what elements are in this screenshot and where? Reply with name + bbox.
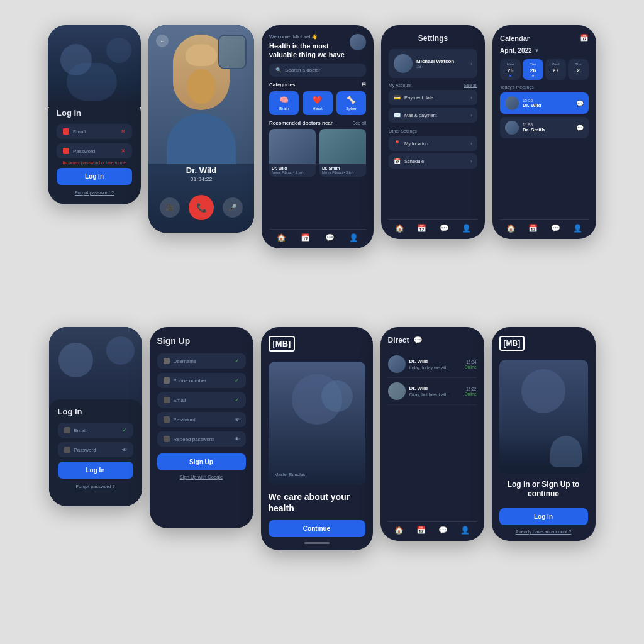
today-meetings-label: Today's meetings	[500, 85, 589, 89]
continue-button[interactable]: Continue	[269, 520, 365, 537]
repeat-pass-icon	[164, 436, 170, 442]
doctor-card-wild[interactable]: Dr. Wild Nerve Fibract • 2 km	[269, 129, 316, 177]
forgot-2[interactable]: Forgot password ?	[58, 484, 133, 489]
already-account[interactable]: Already have an account ?	[499, 529, 588, 535]
phone-icon	[164, 377, 170, 384]
clear-email-1[interactable]: ✕	[121, 128, 126, 135]
schedule-icon: 📅	[394, 158, 401, 164]
meeting-action-2[interactable]: 💬	[576, 125, 584, 131]
home-headline: Health is the most valuable thing we hav…	[269, 42, 345, 60]
cat-spine[interactable]: 🦴 Spine	[336, 91, 366, 115]
username-field[interactable]: Username ✓	[157, 353, 246, 369]
cat-heart[interactable]: ❤️ Heart	[303, 91, 332, 115]
meeting-action-icon[interactable]: 💬	[576, 100, 584, 107]
login-form-2: Log In Email ✓ Password 👁 Log In Forgot …	[49, 399, 142, 506]
login-button-1[interactable]: Log In	[57, 168, 132, 185]
search-icon: 🔍	[275, 67, 282, 73]
schedule-item[interactable]: 📅 Schedule ›	[389, 153, 477, 169]
d-nav-cal[interactable]: 📅	[416, 526, 426, 535]
d-nav-profile[interactable]: 👤	[460, 526, 470, 535]
nav-calendar[interactable]: 📅	[301, 233, 310, 242]
email-field-signup[interactable]: Email ✓	[157, 392, 246, 408]
user-avatar-home[interactable]	[350, 34, 366, 50]
s-nav-profile[interactable]: 👤	[462, 224, 471, 233]
end-call-button[interactable]: 📞	[189, 195, 214, 220]
meeting-smith[interactable]: 11:55 Dr. Smith 💬	[500, 117, 589, 138]
clear-pass-1[interactable]: ✕	[121, 148, 126, 154]
d-nav-home[interactable]: 🏠	[394, 526, 404, 535]
password-field-2[interactable]: Password 👁	[58, 442, 133, 457]
location-item[interactable]: 📍 My location ›	[389, 136, 477, 151]
cat-brain[interactable]: 🧠 Brain	[269, 91, 299, 115]
s-nav-cal[interactable]: 📅	[417, 224, 426, 233]
msg-info-1: Dr. Wild today, today we wil...	[409, 358, 461, 370]
repeat-password-field[interactable]: Repead password 👁	[157, 431, 246, 447]
mic-button[interactable]: 🎤	[223, 197, 243, 218]
cal-days-row: Mon 25 Tue 26 Wed 27 Thu	[500, 59, 589, 80]
phone-splash: [MB] Master Bundles We care about your h…	[261, 327, 373, 550]
message-1[interactable]: Dr. Wild today, today we wil... 15:34 On…	[388, 351, 477, 378]
c-nav-chat[interactable]: 💬	[551, 224, 560, 233]
dropdown-arrow[interactable]: ▼	[535, 48, 540, 53]
payment-icon: 💳	[394, 94, 401, 101]
eye-repeat-pass[interactable]: 👁	[235, 436, 240, 442]
c-nav-cal[interactable]: 📅	[528, 224, 538, 233]
phone-home: Welcome, Michael 👋 Health is the most va…	[262, 25, 374, 248]
categories-grid: 🧠 Brain ❤️ Heart 🦴 Spine	[269, 91, 366, 115]
back-button[interactable]: ←	[156, 35, 169, 47]
mail-icon: ✉️	[394, 112, 401, 118]
signup-google[interactable]: Sign Up with Google	[157, 474, 246, 480]
bottom-nav-direct: 🏠 📅 💬 👤	[388, 521, 477, 535]
d-nav-chat[interactable]: 💬	[438, 526, 448, 535]
c-nav-home[interactable]: 🏠	[506, 224, 516, 233]
cal-month: April, 2022 ▼	[500, 47, 589, 54]
c-nav-profile[interactable]: 👤	[573, 224, 582, 233]
password-field-1[interactable]: Password ✕	[57, 143, 132, 158]
settings-profile[interactable]: Michael Watson 33 ›	[389, 49, 477, 78]
nav-home[interactable]: 🏠	[277, 233, 286, 242]
email-field-1[interactable]: Email ✕	[57, 124, 132, 139]
eye-icon-pass[interactable]: 👁	[122, 447, 127, 453]
search-bar[interactable]: 🔍 Search a doctor	[269, 64, 366, 77]
mail-payment-item[interactable]: ✉️ Mail & payment ›	[389, 108, 477, 123]
cal-day-28[interactable]: Thu 2	[568, 59, 589, 80]
email-field-2[interactable]: Email ✓	[58, 423, 133, 438]
signup-button[interactable]: Sign Up	[157, 453, 246, 470]
doctor-card-smith[interactable]: Dr. Smith Nerve Fibract • 3 km	[319, 129, 366, 177]
see-all-doctors[interactable]: See all	[353, 121, 366, 125]
welcome-text: Welcome, Michael 👋	[269, 34, 345, 40]
nav-profile[interactable]: 👤	[349, 233, 358, 242]
user-icon	[164, 358, 170, 364]
calendar-content: Calendar 📅 April, 2022 ▼ Mon 25 Tue 26	[492, 25, 596, 239]
eye-pass-signup[interactable]: 👁	[235, 417, 240, 423]
cal-day-27[interactable]: Wed 27	[545, 59, 566, 80]
master-bundles-label: Master Bundles	[275, 472, 359, 477]
forgot-1[interactable]: Forgot password ?	[57, 190, 132, 196]
home-content: Welcome, Michael 👋 Health is the most va…	[262, 25, 374, 248]
mail-chevron: ›	[470, 113, 472, 118]
password-field-signup[interactable]: Password 👁	[157, 412, 246, 427]
email-icon-1	[63, 128, 69, 135]
signup-title: Sign Up	[157, 336, 246, 346]
check-username: ✓	[235, 358, 240, 364]
camera-button[interactable]: 🎥	[160, 197, 180, 218]
direct-chat-icon: 💬	[413, 336, 423, 345]
msg-avatar-2	[388, 382, 406, 400]
location-chevron: ›	[470, 141, 472, 147]
cal-day-26[interactable]: Tue 26	[523, 59, 543, 80]
cal-day-25[interactable]: Mon 25	[500, 59, 521, 80]
login-button-2[interactable]: Log In	[58, 462, 133, 479]
profile-chevron: ›	[470, 61, 472, 67]
auth-login-button[interactable]: Log In	[499, 508, 588, 525]
s-nav-chat[interactable]: 💬	[440, 224, 449, 233]
nav-chat[interactable]: 💬	[325, 233, 335, 242]
message-2[interactable]: Dr. Wild Okay, but later i wil... 15:22 …	[388, 378, 477, 405]
splash-headline: We care about your health	[269, 491, 365, 514]
phone-field[interactable]: Phone number ✓	[157, 373, 246, 388]
row-bottom: Log In Email ✓ Password 👁 Log In Forgot …	[13, 327, 631, 550]
payment-data-item[interactable]: 💳 Payment data ›	[389, 90, 477, 105]
meeting-wild[interactable]: 15:55 Dr. Wild 💬	[500, 92, 589, 114]
s-nav-home[interactable]: 🏠	[395, 224, 404, 233]
calendar-icon-header: 📅	[580, 34, 589, 42]
phone-video-call: ← Dr. Wild 01:34:22 🎥 📞 🎤	[148, 25, 254, 233]
